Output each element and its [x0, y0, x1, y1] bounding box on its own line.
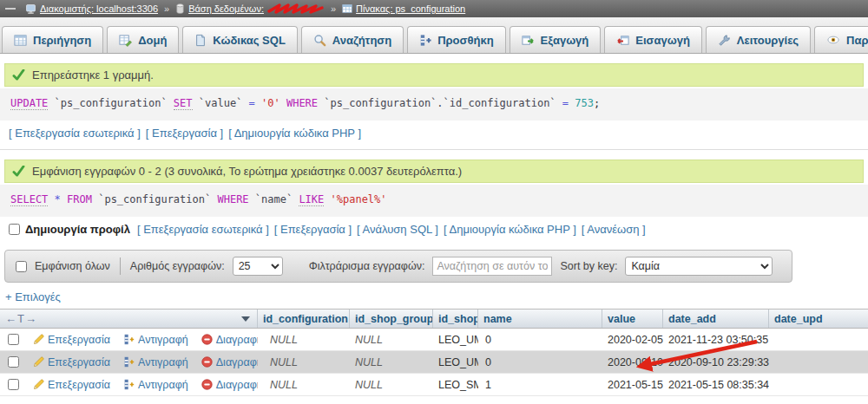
tab-tracking[interactable]: Παρακολούθηση — [814, 26, 868, 53]
row-checkbox[interactable] — [8, 379, 19, 390]
copy-icon — [123, 356, 135, 368]
edit-row-link[interactable]: Επεξεργασία — [33, 334, 110, 346]
tab-import[interactable]: Εισαγωγή — [604, 26, 702, 53]
profiling-links-row: Δημιουργία προφίλ [ Επεξεργασία εσωτερικ… — [0, 217, 868, 243]
copy-label: Αντιγραφή — [138, 356, 188, 368]
copy-row-link[interactable]: Αντιγραφή — [123, 356, 188, 368]
refresh-link[interactable]: [ Ανανέωση ] — [582, 223, 646, 236]
profiling-checkbox[interactable] — [9, 224, 20, 235]
edit-row-link[interactable]: Επεξεργασία — [33, 379, 110, 391]
options-toggle-link[interactable]: + Επιλογές — [5, 290, 61, 303]
structure-icon — [119, 34, 132, 47]
inline-edit-link-2[interactable]: [ Επεξεργασία εσωτερικά ] — [137, 223, 269, 236]
cell-value: 0 — [478, 351, 602, 373]
panel-collapse-handle[interactable] — [5, 8, 16, 10]
column-header-date-upd[interactable]: date_upd — [769, 310, 868, 328]
cell-value: 0 — [478, 329, 602, 350]
options-arrows[interactable]: ←T→ — [5, 312, 37, 325]
breadcrumb: Διακομιστής: localhost:3306 » Βάση δεδομ… — [0, 0, 868, 17]
copy-icon — [123, 379, 135, 390]
num-rows-select[interactable]: 25 — [233, 257, 283, 276]
column-header-name[interactable]: name — [478, 310, 602, 328]
column-header-date-add[interactable]: date_add — [663, 310, 769, 328]
sql1-keyword-set: SET — [174, 97, 193, 110]
copy-row-link[interactable]: Αντιγραφή — [123, 379, 188, 391]
tab-structure-label: Δομή — [138, 34, 167, 47]
sql1-number: 753 — [575, 97, 594, 109]
tab-sql[interactable]: Κώδικας SQL — [182, 26, 297, 53]
tab-insert-label: Προσθήκη — [437, 34, 493, 47]
breadcrumb-table-link[interactable]: Πίνακας: ps_configuration — [342, 3, 465, 14]
column-actions-dropdown-icon[interactable] — [241, 316, 250, 322]
pencil-icon — [33, 334, 44, 345]
tab-browse[interactable]: Περιήγηση — [2, 26, 103, 53]
table-row: Επεξεργασία Αντιγραφή Διαγραφή 842 NULL … — [0, 374, 868, 396]
cell-value: 1 — [478, 374, 602, 395]
success-check-icon-2 — [12, 166, 25, 177]
insert-row-icon — [419, 34, 431, 47]
edit-row-link[interactable]: Επεξεργασία — [33, 356, 110, 368]
cell-id-shop: NULL — [350, 351, 433, 373]
show-all-label: Εμφάνιση όλων — [35, 260, 110, 272]
sql1-where-identifier: `ps_configuration`.`id_configuration` — [318, 97, 562, 109]
cell-date-add: 2020-09-10 23:29:33 — [602, 351, 663, 373]
sql2-keyword-where: WHERE — [217, 193, 248, 205]
breadcrumb-database-label: Βάση δεδομένων: — [188, 3, 264, 14]
inline-edit-link[interactable]: [ Επεξεργασία εσωτερικά ] — [9, 127, 141, 140]
create-php-code-link[interactable]: [ Δημιουργία κώδικα PHP ] — [228, 127, 361, 140]
database-icon — [175, 3, 185, 14]
explain-sql-link[interactable]: [ Ανάλυση SQL ] — [357, 223, 438, 236]
column-header-id-configuration[interactable]: id_configuration — [258, 310, 350, 328]
tab-import-label: Εισαγωγή — [635, 34, 690, 47]
breadcrumb-server-link[interactable]: Διακομιστής: localhost:3306 — [25, 3, 158, 15]
filter-rows-input[interactable] — [432, 257, 552, 276]
success-check-icon — [12, 69, 25, 81]
phpmyadmin-page: Διακομιστής: localhost:3306 » Βάση δεδομ… — [0, 0, 868, 404]
cell-date-add: 2020-02-05 04:31:56 — [602, 329, 663, 350]
delete-label: Διαγραφή — [216, 334, 258, 346]
delete-row-link[interactable]: Διαγραφή — [201, 334, 258, 346]
sort-by-key-select[interactable]: Καμία — [625, 257, 773, 276]
breadcrumb-database-link[interactable]: Βάση δεδομένων: — [175, 2, 325, 16]
sql1-operator: = — [249, 97, 261, 109]
column-header-id-shop[interactable]: id_shop — [433, 310, 478, 328]
copy-row-link[interactable]: Αντιγραφή — [123, 334, 188, 346]
column-header-value[interactable]: value — [602, 310, 663, 328]
row-checkbox[interactable] — [8, 356, 19, 368]
breadcrumb-server-label: Διακομιστής: localhost:3306 — [40, 3, 158, 14]
delete-row-link[interactable]: Διαγραφή — [201, 356, 258, 368]
delete-label: Διαγραφή — [216, 379, 258, 391]
tab-insert[interactable]: Προσθήκη — [407, 26, 505, 53]
search-icon — [313, 34, 326, 47]
cell-id-shop-group: NULL — [258, 329, 350, 350]
breadcrumb-separator-2: » — [331, 3, 336, 14]
tab-structure[interactable]: Δομή — [107, 26, 179, 53]
table-row: Επεξεργασία Αντιγραφή Διαγραφή 753 NULL … — [0, 351, 868, 374]
sql1-semicolon: ; — [594, 97, 600, 109]
tab-export-label: Εξαγωγή — [541, 34, 589, 47]
delete-label: Διαγραφή — [216, 356, 258, 368]
sql1-table-identifier: `ps_configuration` — [48, 97, 174, 109]
sort-by-key-label: Sort by key: — [560, 260, 617, 272]
edit-link[interactable]: [ Επεξεργασία ] — [146, 127, 223, 140]
cell-date-upd: 2021-05-15 08:35:34 — [663, 374, 769, 395]
tab-bar: Περιήγηση Δομή Κώδικας SQL Αναζήτηση Προ… — [0, 17, 868, 54]
edit-label: Επεξεργασία — [48, 356, 110, 368]
show-all-checkbox[interactable] — [16, 261, 27, 272]
edit-link-2[interactable]: [ Επεξεργασία ] — [274, 223, 352, 236]
tab-search[interactable]: Αναζήτηση — [301, 26, 404, 53]
copy-icon — [123, 334, 135, 345]
num-rows-label: Αριθμός εγγραφών: — [130, 260, 225, 272]
cell-id-shop: NULL — [350, 329, 433, 350]
tab-export[interactable]: Εξαγωγή — [510, 26, 602, 53]
browse-table-icon — [14, 34, 27, 47]
row-checkbox[interactable] — [8, 334, 19, 345]
success-message-1: Επηρεάστηκε 1 γραμμή. — [4, 63, 864, 87]
create-php-code-link-2[interactable]: [ Δημιουργία κώδικα PHP ] — [444, 223, 576, 236]
delete-row-link[interactable]: Διαγραφή — [201, 379, 258, 391]
sql-file-icon — [194, 34, 207, 47]
tab-operations[interactable]: Λειτουργίες — [706, 26, 811, 53]
results-controls-bar: Εμφάνιση όλων Αριθμός εγγραφών: 25 Φιλτρ… — [4, 250, 792, 283]
filter-rows-label: Φιλτράρισμα εγγραφών: — [309, 260, 425, 272]
column-header-id-shop-group[interactable]: id_shop_group — [350, 310, 433, 328]
